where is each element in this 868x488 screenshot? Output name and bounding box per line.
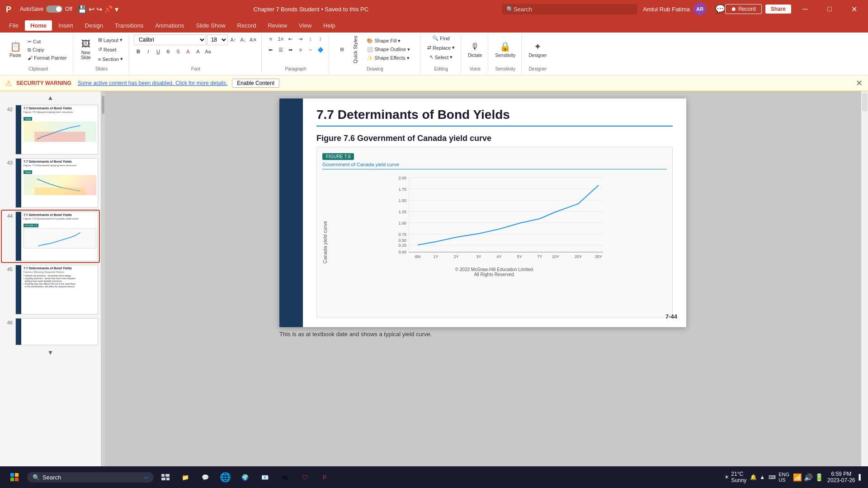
decrease-indent-button[interactable]: ⇤: [286, 34, 295, 43]
line-spacing-button[interactable]: ↕: [306, 34, 315, 43]
scroll-down-button[interactable]: ▼: [2, 348, 99, 357]
comment-button[interactable]: 💬: [715, 4, 725, 14]
font-size-selector[interactable]: 18: [207, 34, 228, 45]
minimize-button[interactable]: ─: [795, 2, 816, 16]
slide-thumb-45[interactable]: 45 7.7 Determinants of Bond Yields Facto…: [2, 264, 99, 315]
layout-button[interactable]: ⊞ Layout ▾: [96, 36, 125, 44]
numbering-button[interactable]: 1≡: [276, 34, 285, 43]
paste-button[interactable]: 📋 Paste: [7, 40, 24, 59]
tab-design[interactable]: Design: [80, 20, 108, 31]
tab-slideshow[interactable]: Slide Show: [190, 20, 231, 31]
change-case-button[interactable]: Aa: [203, 47, 212, 56]
highlight-button[interactable]: A: [193, 47, 203, 56]
shape-outline-button[interactable]: ⬜ Shape Outline ▾: [364, 46, 412, 53]
tab-review[interactable]: Review: [262, 20, 292, 31]
start-button[interactable]: [5, 468, 24, 486]
right-panel-collapse[interactable]: [862, 93, 868, 111]
copy-button[interactable]: ⧉ Copy: [25, 46, 69, 54]
notification-icon[interactable]: 🔔: [750, 474, 757, 480]
slide-thumb-44[interactable]: 44 7.7 Determinants of Bond Yields Figur…: [2, 211, 99, 262]
show-desktop-button[interactable]: ▌: [859, 474, 863, 480]
quick-styles-button[interactable]: Quick Styles: [347, 34, 363, 65]
find-button[interactable]: 🔍 Find: [430, 34, 452, 42]
scroll-up-button[interactable]: ▲: [2, 93, 99, 102]
italic-button[interactable]: I: [144, 47, 153, 56]
tab-help[interactable]: Help: [318, 20, 341, 31]
autosave-toggle[interactable]: [46, 5, 62, 13]
security-warning-close[interactable]: ✕: [856, 78, 863, 88]
maximize-button[interactable]: □: [819, 2, 840, 16]
designer-button[interactable]: ✦ Designer: [526, 40, 549, 59]
close-button[interactable]: ✕: [844, 2, 864, 16]
tab-transitions[interactable]: Transitions: [109, 20, 149, 31]
tab-home[interactable]: Home: [25, 20, 52, 31]
align-right-button[interactable]: ➡: [286, 45, 295, 54]
bold-button[interactable]: B: [134, 47, 143, 56]
replace-button[interactable]: ⇄ Replace ▾: [425, 44, 457, 52]
wifi-icon[interactable]: 📶: [793, 473, 802, 482]
increase-font-button[interactable]: A↑: [229, 35, 238, 44]
align-center-button[interactable]: ☰: [276, 45, 285, 54]
shape-fill-button[interactable]: 🎨 Shape Fill ▾: [364, 37, 412, 45]
customize-icon[interactable]: 📌: [104, 5, 113, 14]
align-left-button[interactable]: ⬅: [266, 45, 275, 54]
search-bar[interactable]: 🔍: [502, 4, 637, 14]
taskbar-search[interactable]: 🔍 Search ∞: [27, 472, 154, 483]
tab-view[interactable]: View: [293, 20, 317, 31]
increase-indent-button[interactable]: ⇥: [296, 34, 305, 43]
save-icon[interactable]: 💾: [78, 5, 87, 14]
file-explorer-taskbar[interactable]: 📁: [177, 469, 193, 485]
enable-content-button[interactable]: Enable Content: [232, 79, 279, 88]
cut-button[interactable]: ✂ Cut: [25, 38, 69, 46]
decrease-font-button[interactable]: A↓: [239, 35, 248, 44]
font-color-button[interactable]: A: [184, 47, 193, 56]
tab-animations[interactable]: Animations: [150, 20, 189, 31]
task-view-button[interactable]: [157, 469, 174, 485]
section-button[interactable]: ≡ Section ▾: [96, 55, 125, 63]
quick-access-dropdown[interactable]: ▾: [115, 5, 118, 14]
convert-to-smartart-button[interactable]: 🔷: [316, 45, 325, 54]
edge-taskbar[interactable]: 🌐: [217, 469, 233, 485]
text-direction-button[interactable]: ↔: [306, 45, 315, 54]
font-family-selector[interactable]: Calibri: [134, 34, 206, 45]
underline-button[interactable]: U: [154, 47, 163, 56]
mcafee-taskbar[interactable]: 🛡: [297, 469, 313, 485]
record-button[interactable]: ⏺ Record: [725, 4, 762, 14]
dictate-button[interactable]: 🎙 Dictate: [466, 40, 484, 59]
strikethrough-button[interactable]: S: [164, 47, 173, 56]
columns-button[interactable]: ⫶: [316, 34, 325, 43]
new-slide-button[interactable]: 🖼 NewSlide: [78, 38, 94, 61]
powerpoint-taskbar[interactable]: P: [316, 469, 333, 485]
shape-effects-button[interactable]: ✨ Shape Effects ▾: [364, 54, 412, 62]
clear-formatting-button[interactable]: A✕: [249, 35, 258, 44]
sensitivity-button[interactable]: 🔒 Sensitivity: [493, 40, 518, 59]
chrome-taskbar[interactable]: 🌍: [237, 469, 253, 485]
svg-text:5Y: 5Y: [517, 254, 522, 259]
tab-insert[interactable]: Insert: [53, 20, 79, 31]
slide-canvas[interactable]: 7.7 Determinants of Bond Yields Figure 7…: [279, 99, 686, 327]
select-button[interactable]: ↖ Select ▾: [427, 53, 455, 61]
bullets-button[interactable]: ≡: [266, 34, 275, 43]
slide-thumb-46[interactable]: 46: [2, 317, 99, 346]
undo-icon[interactable]: ↩: [89, 5, 94, 14]
mail-taskbar[interactable]: 📧: [257, 469, 273, 485]
security-warning-message[interactable]: Some active content has been disabled. C…: [78, 80, 228, 86]
store-taskbar[interactable]: 🛍: [277, 469, 293, 485]
redo-icon[interactable]: ↪: [96, 5, 102, 14]
share-button[interactable]: Share: [765, 5, 791, 14]
teams-taskbar[interactable]: 💬: [197, 469, 213, 485]
battery-icon[interactable]: 🔋: [815, 473, 824, 482]
arrow-up-icon[interactable]: ▲: [760, 474, 765, 480]
reset-button[interactable]: ↺ Reset: [96, 46, 125, 53]
avatar[interactable]: AR: [693, 3, 706, 15]
tab-record[interactable]: Record: [232, 20, 262, 31]
shadow-button[interactable]: S: [174, 47, 183, 56]
format-painter-button[interactable]: 🖌 Format Painter: [25, 54, 69, 61]
search-input[interactable]: [514, 6, 633, 13]
justify-button[interactable]: ≡: [296, 45, 305, 54]
speaker-icon[interactable]: 🔊: [804, 473, 813, 482]
shape-arrange-button[interactable]: ⊞: [337, 45, 346, 54]
slide-thumb-43[interactable]: 43 7.7 Determinants of Bond Yields Figur…: [2, 157, 99, 209]
tab-file[interactable]: File: [4, 20, 24, 31]
slide-thumb-42[interactable]: 42 7.7 Determinants of Bond Yields Figur…: [2, 104, 99, 155]
